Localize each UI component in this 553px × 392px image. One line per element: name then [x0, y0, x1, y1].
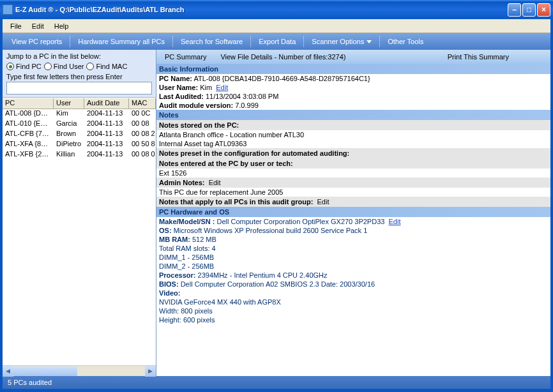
toolbar: View PC reports Hardware Summary all PCs…: [3, 33, 550, 50]
maximize-button[interactable]: □: [522, 3, 536, 17]
grid-header: PC User Audit Date MAC: [3, 98, 156, 109]
status-bar: 5 PCs audited: [3, 376, 550, 389]
notes-all-label: Notes that apply to all PCs in this audi…: [156, 197, 550, 207]
notes-stored-label: Notes stored on the PC:: [156, 120, 550, 130]
minimize-button[interactable]: –: [508, 3, 521, 17]
find-user-radio[interactable]: Find User: [44, 63, 84, 70]
table-row[interactable]: ATL-CFB {7…Brown2004-11-1300 08 2: [3, 130, 156, 140]
scanner-options-button[interactable]: Scanner Options: [305, 33, 378, 50]
status-count: 5 PCs audited: [8, 379, 52, 386]
jump-label: Jump to a PC in the list below:: [6, 52, 152, 60]
section-hardware-os: PC Hardware and OS: [156, 207, 550, 217]
left-panel: Jump to a PC in the list below: Find PC …: [3, 50, 156, 376]
print-summary-button[interactable]: Print This Summary: [442, 51, 548, 63]
chevron-down-icon: [367, 40, 372, 43]
notes-preset-label: Notes preset in the configuration for au…: [156, 148, 550, 158]
col-pc[interactable]: PC: [3, 98, 54, 109]
col-audit-date[interactable]: Audit Date: [84, 98, 129, 109]
edit-make-link[interactable]: Edit: [389, 218, 401, 225]
menu-edit[interactable]: Edit: [27, 21, 49, 31]
scroll-right-icon[interactable]: ▶: [145, 366, 156, 377]
export-data-button[interactable]: Export Data: [252, 33, 302, 50]
tab-pc-summary[interactable]: PC Summary: [159, 51, 212, 63]
notes-entered-label: Notes entered at the PC by user or tech:: [156, 158, 550, 169]
search-software-button[interactable]: Search for Software: [174, 33, 249, 50]
find-mac-radio[interactable]: Find MAC: [86, 63, 127, 70]
menu-help[interactable]: Help: [49, 21, 74, 31]
edit-all-notes-link[interactable]: Edit: [317, 198, 330, 206]
scroll-left-icon[interactable]: ◀: [3, 366, 13, 377]
horizontal-scrollbar[interactable]: ◀ ▶: [3, 365, 156, 376]
table-row[interactable]: ATL-XFB {2…Killian2004-11-1300 08 0: [3, 150, 156, 160]
table-row[interactable]: ATL-XFA {8…DiPietro2004-11-1300 50 8: [3, 140, 156, 150]
edit-user-link[interactable]: Edit: [216, 84, 228, 91]
title-bar: E-Z Audit ® - Q:\Public\EZAudit\Audits\A…: [0, 0, 553, 19]
table-row[interactable]: ATL-010 {E…Garcia2004-11-1300 08: [3, 119, 156, 130]
table-row[interactable]: ATL-008 {D…Kim2004-11-1300 0C: [3, 109, 156, 119]
tab-bar: PC Summary View File Details - Number of…: [156, 50, 550, 64]
filter-input[interactable]: [6, 82, 152, 94]
pc-grid[interactable]: ATL-008 {D…Kim2004-11-1300 0CATL-010 {E……: [3, 109, 156, 365]
menu-bar: File Edit Help: [3, 19, 550, 33]
col-user[interactable]: User: [54, 98, 84, 109]
menu-file[interactable]: File: [5, 21, 27, 31]
filter-label: Type first few letters then press Enter: [6, 73, 152, 80]
section-basic-info: Basic Information: [156, 64, 550, 74]
edit-admin-notes-link[interactable]: Edit: [209, 179, 221, 186]
view-pc-reports-button[interactable]: View PC reports: [5, 33, 68, 50]
other-tools-button[interactable]: Other Tools: [381, 33, 430, 50]
section-notes: Notes: [156, 110, 550, 120]
tab-file-details[interactable]: View File Details - Number of files:3274…: [215, 51, 351, 63]
hardware-summary-button[interactable]: Hardware Summary all PCs: [72, 33, 171, 50]
admin-notes-label: Admin Notes: Edit: [156, 177, 550, 188]
right-panel: PC Summary View File Details - Number of…: [156, 50, 550, 376]
close-button[interactable]: ×: [537, 3, 550, 17]
window-title: E-Z Audit ® - Q:\Public\EZAudit\Audits\A…: [15, 6, 508, 13]
app-icon: [3, 4, 13, 15]
col-mac[interactable]: MAC: [129, 98, 156, 109]
detail-body[interactable]: Basic Information PC Name: ATL-008 {DCBA…: [156, 64, 550, 376]
find-pc-radio[interactable]: Find PC: [6, 63, 42, 70]
